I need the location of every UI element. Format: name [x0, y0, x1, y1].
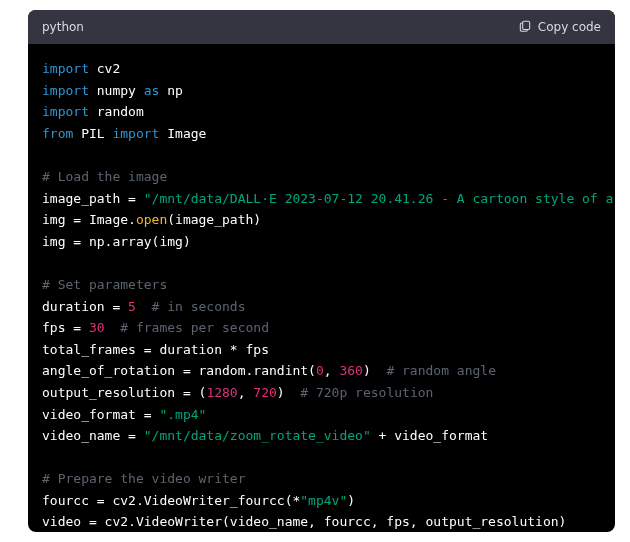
svg-rect-0 — [522, 21, 529, 29]
code-body: import cv2 import numpy as np import ran… — [28, 44, 615, 532]
code-block: python Copy code import cv2 import numpy… — [28, 10, 615, 532]
copy-code-label: Copy code — [538, 20, 601, 34]
code-header: python Copy code — [28, 10, 615, 44]
copy-code-button[interactable]: Copy code — [518, 19, 601, 36]
language-label: python — [42, 20, 84, 34]
clipboard-icon — [518, 19, 532, 36]
code-content: import cv2 import numpy as np import ran… — [42, 58, 615, 532]
